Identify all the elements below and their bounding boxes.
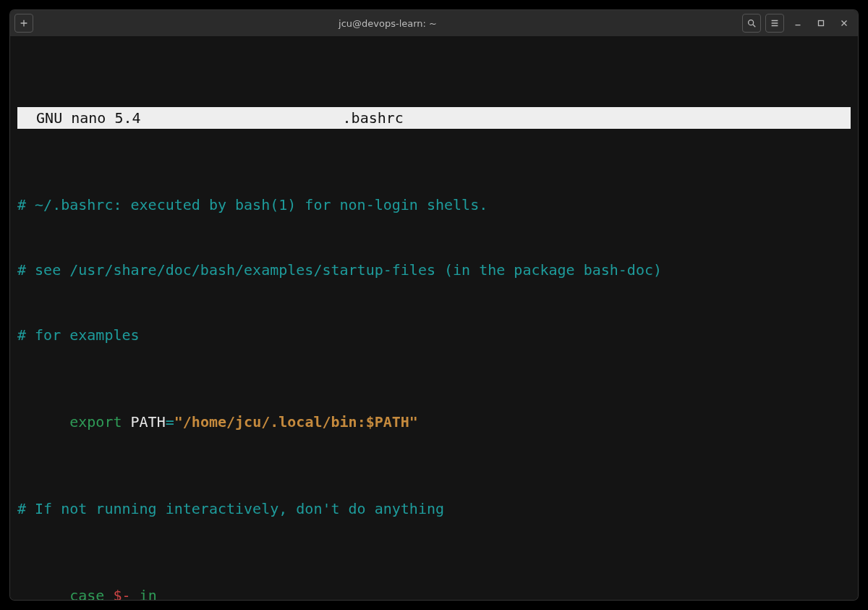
window-controls: [742, 14, 854, 33]
window-titlebar: jcu@devops-learn: ~: [10, 10, 858, 36]
editor-line: # for examples: [17, 326, 140, 344]
search-button[interactable]: [742, 14, 761, 33]
maximize-icon: [816, 18, 826, 28]
keyword-export: export: [69, 413, 122, 431]
minimize-icon: [793, 18, 803, 28]
nano-app-version: GNU nano 5.4: [36, 107, 141, 129]
nano-filename: .bashrc: [343, 107, 647, 129]
editor-line: # If not running interactively, don't do…: [17, 500, 444, 517]
nano-header: GNU nano 5.4 .bashrc: [17, 107, 851, 129]
keyword-case: case: [69, 587, 104, 600]
maximize-button[interactable]: [812, 14, 830, 33]
new-tab-button[interactable]: [14, 14, 33, 33]
close-button[interactable]: [835, 14, 854, 33]
window-title: jcu@devops-learn: ~: [33, 18, 742, 29]
editor-line: # ~/.bashrc: executed by bash(1) for non…: [17, 196, 488, 213]
svg-point-0: [749, 20, 754, 25]
menu-button[interactable]: [765, 14, 784, 33]
search-icon: [746, 18, 757, 28]
svg-rect-1: [819, 21, 824, 26]
minimize-button[interactable]: [788, 14, 807, 33]
close-icon: [839, 18, 849, 28]
hamburger-icon: [770, 18, 780, 28]
terminal-viewport[interactable]: GNU nano 5.4 .bashrc # ~/.bashrc: execut…: [10, 36, 858, 600]
plus-icon: [19, 18, 29, 28]
editor-line: # see /usr/share/doc/bash/examples/start…: [17, 261, 662, 279]
terminal-window: jcu@devops-learn: ~ GNU nano 5.4 .b: [10, 10, 858, 600]
